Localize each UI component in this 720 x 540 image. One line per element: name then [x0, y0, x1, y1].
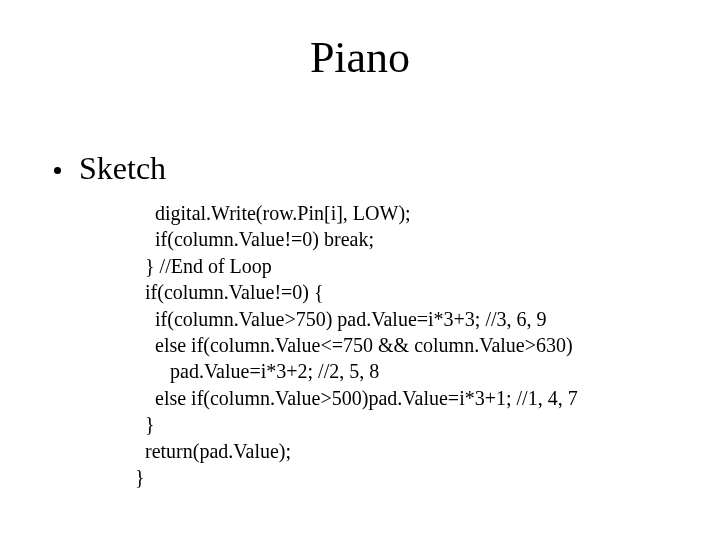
slide: Piano Sketch digital.Write(row.Pin[i], L…	[0, 0, 720, 540]
bullet-item: Sketch	[54, 150, 166, 187]
code-block: digital.Write(row.Pin[i], LOW); if(colum…	[135, 200, 578, 490]
bullet-dot-icon	[54, 167, 61, 174]
slide-title: Piano	[0, 32, 720, 83]
bullet-label: Sketch	[79, 150, 166, 187]
